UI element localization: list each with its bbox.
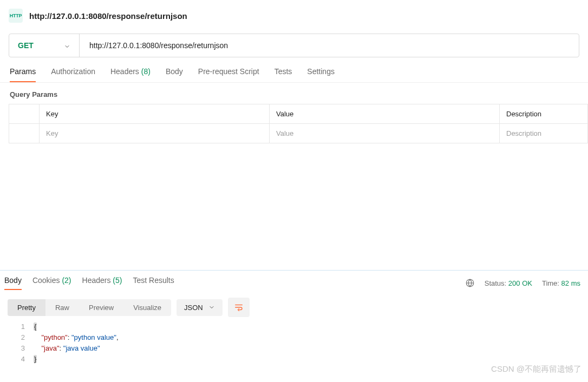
line-number: 4: [8, 354, 34, 365]
format-dropdown[interactable]: JSON: [177, 299, 223, 316]
tab-params[interactable]: Params: [10, 67, 36, 82]
request-title-row: HTTP http://127.0.0.1:8080/response/retu…: [0, 0, 588, 27]
col-value-header: Value: [270, 104, 500, 124]
tab-settings[interactable]: Settings: [307, 67, 335, 82]
response-divider[interactable]: [0, 270, 588, 271]
table-row: [9, 124, 588, 143]
value-input[interactable]: [276, 129, 493, 137]
col-key-header: Key: [40, 104, 270, 124]
brace: }: [34, 355, 37, 363]
json-key: "java": [41, 344, 59, 352]
request-title-url: http://127.0.0.1:8080/response/returnjso…: [29, 11, 187, 21]
tab-prerequest[interactable]: Pre-request Script: [198, 67, 259, 82]
chevron-down-icon: [64, 42, 70, 49]
query-params-heading: Query Params: [0, 83, 588, 104]
view-pretty[interactable]: Pretty: [8, 299, 45, 316]
json-key: "python": [41, 333, 67, 341]
tab-body[interactable]: Body: [166, 67, 183, 82]
row-checkbox-cell[interactable]: [9, 124, 40, 143]
resp-tab-cookies-count: (2): [62, 276, 71, 285]
format-label: JSON: [184, 304, 203, 312]
watermark-text: CSDN @不能再留遗憾了: [491, 364, 582, 374]
resp-tab-headers-count: (5): [113, 276, 122, 285]
line-number: 1: [8, 321, 34, 332]
method-dropdown[interactable]: GET: [9, 34, 80, 57]
response-body-code[interactable]: 1 { 2 "python": "python value", 3 "java"…: [8, 321, 580, 365]
globe-icon[interactable]: [465, 278, 475, 288]
time-value: 82 ms: [561, 279, 580, 287]
response-header: Body Cookies (2) Headers (5) Test Result…: [0, 273, 588, 290]
query-params-table: Key Value Description: [9, 104, 588, 143]
tab-authorization[interactable]: Authorization: [51, 67, 95, 82]
code-line: 2 "python": "python value",: [8, 332, 580, 343]
tab-headers-count: (8): [141, 67, 151, 76]
request-bar: GET: [9, 34, 579, 57]
response-status-area: Status: 200 OK Time: 82 ms: [465, 278, 580, 288]
table-header-row: Key Value Description: [9, 104, 588, 124]
time-chunk: Time: 82 ms: [542, 279, 580, 287]
wrap-lines-button[interactable]: [228, 298, 250, 317]
tab-tests[interactable]: Tests: [275, 67, 292, 82]
code-line: 3 "java": "java value": [8, 343, 580, 354]
status-value: 200 OK: [508, 279, 532, 287]
status-label: Status:: [485, 279, 506, 287]
tab-headers-label: Headers: [110, 67, 139, 76]
line-number: 2: [8, 332, 34, 343]
time-label: Time:: [542, 279, 559, 287]
line-number: 3: [8, 343, 34, 354]
key-input[interactable]: [46, 129, 263, 137]
chevron-down-icon: [208, 304, 215, 311]
json-value: "python value": [71, 333, 116, 341]
request-tabs: Params Authorization Headers (8) Body Pr…: [0, 57, 588, 83]
resp-tab-headers[interactable]: Headers (5): [82, 276, 122, 289]
brace: {: [34, 322, 37, 331]
desc-input[interactable]: [506, 129, 581, 137]
response-toolbar: Pretty Raw Preview Visualize JSON: [8, 298, 250, 317]
method-label: GET: [18, 41, 34, 50]
resp-tab-body[interactable]: Body: [4, 276, 22, 290]
col-desc-header: Description: [500, 104, 588, 124]
tab-headers[interactable]: Headers (8): [110, 67, 151, 82]
view-raw[interactable]: Raw: [45, 299, 79, 316]
response-tabs: Body Cookies (2) Headers (5) Test Result…: [4, 276, 174, 290]
url-input[interactable]: [80, 34, 579, 57]
code-line: 4 }: [8, 354, 580, 365]
resp-tab-cookies[interactable]: Cookies (2): [32, 276, 71, 289]
status-chunk: Status: 200 OK: [485, 279, 532, 287]
http-icon: HTTP: [9, 9, 23, 23]
col-checkbox-header: [9, 104, 40, 124]
view-mode-group: Pretty Raw Preview Visualize: [8, 299, 171, 316]
view-visualize[interactable]: Visualize: [123, 299, 171, 316]
view-preview[interactable]: Preview: [79, 299, 123, 316]
resp-tab-headers-label: Headers: [82, 276, 111, 285]
resp-tab-cookies-label: Cookies: [32, 276, 60, 285]
code-line: 1 {: [8, 321, 580, 332]
json-value: "java value": [63, 344, 100, 352]
resp-tab-testresults[interactable]: Test Results: [133, 276, 174, 289]
http-icon-text: HTTP: [10, 13, 22, 18]
